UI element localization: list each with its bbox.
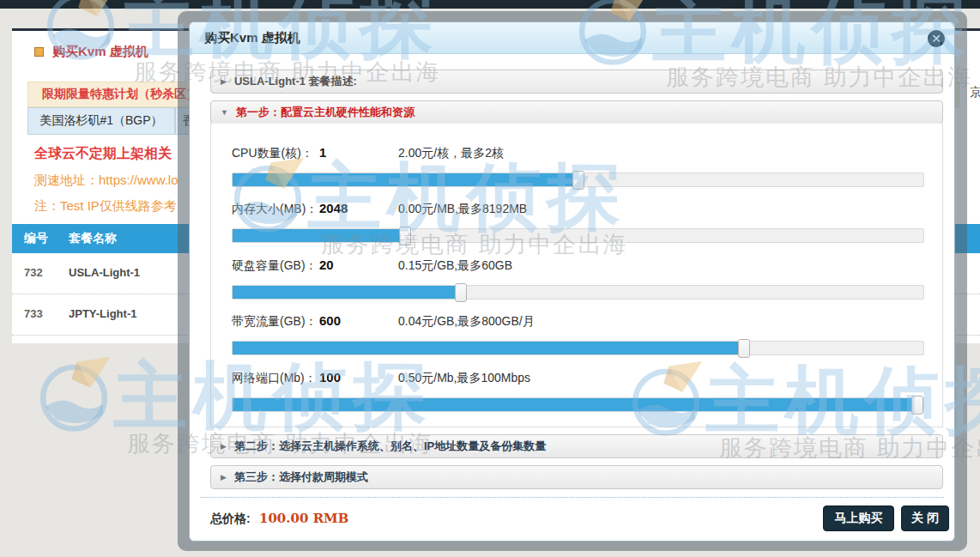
accordion-package-desc[interactable]: ▶ USLA-Light-1 套餐描述: bbox=[210, 70, 943, 94]
screen: 购买Kvm 虚拟机 限期限量特惠计划（秒杀区） 美国洛杉矶#1（BGP） 香港#… bbox=[0, 0, 980, 557]
slider-fill bbox=[233, 342, 744, 354]
network-port-slider[interactable] bbox=[232, 397, 924, 412]
cell-id: 733 bbox=[24, 307, 43, 320]
accordion-step1[interactable]: ▼ 第一步：配置云主机硬件性能和资源 bbox=[210, 100, 943, 124]
step1-panel: CPU数量(核)： 1 2.00元/核，最多2核 内存大小(MB)： 2048 … bbox=[210, 124, 943, 427]
accordion-label: 第一步：配置云主机硬件性能和资源 bbox=[236, 105, 414, 120]
modal-title: 购买Kvm 虚拟机 bbox=[204, 30, 300, 46]
slider-fill bbox=[233, 286, 461, 299]
modal-titlebar: 购买Kvm 虚拟机 ✕ bbox=[190, 22, 954, 54]
accordion-label: 第三步：选择付款周期模式 bbox=[234, 469, 368, 485]
bandwidth-row: 带宽流量(GB)： 600 0.04元/GB,最多800GB/月 bbox=[211, 314, 942, 366]
notice-line-2[interactable]: 测速地址：https://www.lo bbox=[34, 173, 178, 189]
network-port-row: 网络端口(Mb)： 100 0.50元/Mb,最多100Mbps bbox=[211, 371, 942, 422]
accordion-step2[interactable]: ▶ 第二步：选择云主机操作系统、别名、IP地址数量及备份集数量 bbox=[210, 434, 943, 458]
modal-overlay-border: 购买Kvm 虚拟机 ✕ ▶ USLA-Light-1 套餐描述: ▼ 第一步：配… bbox=[178, 11, 967, 551]
network-port-price: 0.50元/Mb,最多100Mbps bbox=[398, 371, 530, 386]
bandwidth-label: 带宽流量(GB)： bbox=[232, 314, 318, 330]
close-button[interactable]: 关 闭 bbox=[901, 506, 949, 531]
network-port-value: 100 bbox=[319, 370, 341, 384]
disk-row: 硬盘容量(GB)： 20 0.15元/GB,最多60GB bbox=[211, 258, 942, 310]
cell-name: USLA-Light-1 bbox=[69, 266, 140, 279]
memory-price: 0.00元/MB,最多8192MB bbox=[398, 202, 527, 217]
memory-slider[interactable] bbox=[232, 228, 924, 243]
memory-row: 内存大小(MB)： 2048 0.00元/MB,最多8192MB bbox=[211, 202, 942, 253]
cell-name: JPTY-Light-1 bbox=[69, 307, 136, 320]
notice-line-3: 注：Test IP仅供线路参考 bbox=[34, 198, 177, 215]
cpu-value: 1 bbox=[319, 145, 326, 160]
slider-handle[interactable] bbox=[738, 339, 750, 358]
brand-globe-icon bbox=[34, 356, 113, 435]
network-port-label: 网络端口(Mb)： bbox=[232, 371, 317, 386]
bandwidth-price: 0.04元/GB,最多800GB/月 bbox=[398, 314, 535, 330]
slider-handle[interactable] bbox=[572, 171, 584, 190]
accordion-step3[interactable]: ▶ 第三步：选择付款周期模式 bbox=[210, 465, 943, 489]
page-title-row: 购买Kvm 虚拟机 bbox=[34, 43, 148, 60]
column-header-name: 套餐名称 bbox=[69, 231, 117, 246]
slider-handle[interactable] bbox=[399, 227, 411, 245]
cpu-label: CPU数量(核)： bbox=[232, 146, 313, 161]
cpu-slider[interactable] bbox=[232, 173, 924, 187]
accordion-label: 第二步：选择云主机操作系统、别名、IP地址数量及备份集数量 bbox=[234, 439, 546, 454]
disk-price: 0.15元/GB,最多60GB bbox=[398, 258, 512, 274]
cell-id: 732 bbox=[24, 266, 43, 279]
chevron-down-icon: ▼ bbox=[221, 108, 228, 117]
bandwidth-slider[interactable] bbox=[232, 341, 924, 355]
bullet-square-icon bbox=[34, 47, 44, 57]
cpu-row: CPU数量(核)： 1 2.00元/核，最多2核 bbox=[211, 146, 942, 197]
promo-bar-label: 限期限量特惠计划（秒杀区） bbox=[42, 87, 198, 102]
chevron-right-icon: ▶ bbox=[221, 442, 227, 451]
column-header-id: 编号 bbox=[24, 231, 48, 246]
close-icon[interactable]: ✕ bbox=[928, 30, 945, 47]
slider-fill bbox=[233, 229, 405, 242]
right-edge-text-fragment: 京 bbox=[970, 85, 980, 100]
disk-slider[interactable] bbox=[232, 285, 924, 300]
tab-usa-la-1[interactable]: 美国洛杉矶#1（BGP） bbox=[27, 107, 175, 135]
total-price-label: 总价格: bbox=[210, 512, 251, 527]
buy-now-button[interactable]: 马上购买 bbox=[823, 506, 894, 531]
chevron-right-icon: ▶ bbox=[221, 473, 227, 481]
notice-line-1: 全球云不定期上架相关 bbox=[34, 145, 172, 163]
bandwidth-value: 600 bbox=[319, 313, 341, 328]
slider-fill bbox=[233, 173, 578, 186]
accordion-label: USLA-Light-1 套餐描述: bbox=[234, 74, 357, 89]
slider-handle[interactable] bbox=[455, 283, 467, 302]
disk-label: 硬盘容量(GB)： bbox=[232, 258, 318, 274]
memory-value: 2048 bbox=[319, 201, 348, 215]
page-title: 购买Kvm 虚拟机 bbox=[52, 44, 148, 60]
footer-divider bbox=[200, 497, 944, 498]
purchase-modal: 购买Kvm 虚拟机 ✕ ▶ USLA-Light-1 套餐描述: ▼ 第一步：配… bbox=[189, 21, 955, 542]
disk-value: 20 bbox=[319, 257, 334, 272]
slider-fill bbox=[233, 398, 923, 411]
total-price-value: 100.00 RMB bbox=[259, 511, 348, 526]
cpu-price: 2.00元/核，最多2核 bbox=[398, 146, 504, 161]
slider-handle[interactable] bbox=[911, 396, 923, 415]
chevron-right-icon: ▶ bbox=[221, 77, 227, 86]
memory-label: 内存大小(MB)： bbox=[232, 202, 318, 217]
browser-top-bar bbox=[0, 0, 980, 9]
